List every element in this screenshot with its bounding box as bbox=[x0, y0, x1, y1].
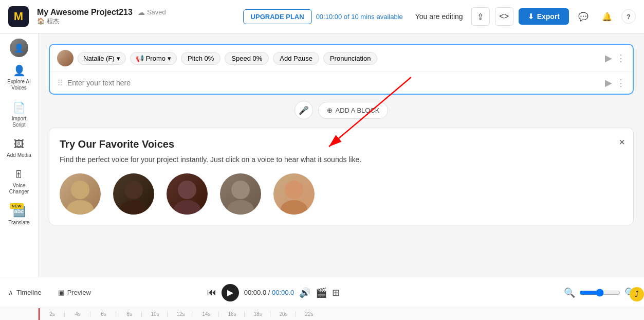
body-play-button[interactable]: ▶ bbox=[605, 77, 612, 88]
timeline-play-button[interactable]: ▶ bbox=[222, 284, 239, 301]
timeline-cursor bbox=[39, 308, 40, 320]
svg-point-5 bbox=[120, 200, 147, 215]
tick-10s: 10s bbox=[141, 311, 167, 317]
voice-block-body: ⠿ ▶ ⋮ bbox=[50, 72, 633, 94]
voice-block-header: Natalie (F) ▾ 📢 Promo ▾ Pitch 0% Speed 0… bbox=[50, 45, 633, 72]
voices-panel-desc: Find the perfect voice for your project … bbox=[60, 154, 623, 165]
voice-avatar-4 bbox=[220, 173, 261, 215]
block-play-button[interactable]: ▶ bbox=[605, 52, 612, 64]
export-button[interactable]: ⬇ Export bbox=[519, 8, 569, 25]
download-icon: ⬇ bbox=[528, 12, 534, 21]
cloud-icon: ☁ bbox=[138, 8, 145, 16]
text-input[interactable] bbox=[67, 79, 601, 87]
tag-chevron-icon: ▾ bbox=[168, 55, 171, 62]
timeline-controls: ⏮ ▶ 00:00.0 / 00:00.0 🔊 🎬 ⊞ bbox=[207, 284, 340, 301]
top-actions: ⇪ <> ⬇ Export 💬 🔔 ? bbox=[471, 7, 636, 26]
project-title: My Awesome Project213 bbox=[37, 8, 133, 17]
main-area: 👤 👤 Explore AIVoices 📄 ImportScript 🖼 Ad… bbox=[0, 33, 644, 277]
voice-card-4[interactable] bbox=[220, 173, 261, 215]
pronunciation-button[interactable]: Pronunciation bbox=[323, 52, 378, 65]
voice-card-1[interactable] bbox=[60, 173, 101, 215]
volume-button[interactable]: 🔊 bbox=[299, 287, 310, 298]
sidebar: 👤 👤 Explore AIVoices 📄 ImportScript 🖼 Ad… bbox=[0, 33, 39, 277]
voice-tag-button[interactable]: 📢 Promo ▾ bbox=[130, 52, 177, 65]
timeline-label: Timeline bbox=[16, 289, 42, 296]
add-pause-button[interactable]: Add Pause bbox=[273, 52, 319, 65]
import-script-icon: 📄 bbox=[13, 101, 26, 114]
tick-4s: 4s bbox=[64, 311, 90, 317]
time-total: 00:00.0 bbox=[272, 289, 294, 296]
share-button[interactable]: ⇪ bbox=[471, 7, 490, 26]
explore-voices-icon: 👤 bbox=[13, 64, 26, 77]
zoom-out-button[interactable]: 🔍 bbox=[564, 287, 575, 298]
saved-text: Saved bbox=[147, 8, 166, 16]
help-button[interactable]: ? bbox=[621, 9, 636, 24]
video-button[interactable]: 🎬 bbox=[316, 287, 327, 298]
svg-point-2 bbox=[71, 181, 89, 199]
logo-icon: M bbox=[14, 10, 23, 23]
editing-label: You are editing bbox=[415, 12, 463, 21]
new-badge: NEW bbox=[10, 203, 24, 209]
pitch-value: 0% bbox=[205, 55, 214, 62]
chat-button[interactable]: 💬 bbox=[574, 7, 593, 26]
code-button[interactable]: <> bbox=[495, 7, 513, 26]
svg-point-7 bbox=[174, 200, 200, 215]
sidebar-item-translate-wrapper: 🔤 NEW Translate bbox=[0, 201, 38, 230]
grid-button[interactable]: ⊞ bbox=[332, 287, 340, 298]
time-current: 00:00.0 bbox=[244, 289, 266, 296]
voice-avatar-5 bbox=[273, 173, 315, 215]
user-avatar[interactable]: 👤 bbox=[10, 39, 28, 57]
voice-card-2[interactable] bbox=[113, 173, 154, 215]
voices-list bbox=[60, 173, 623, 215]
content-area: Natalie (F) ▾ 📢 Promo ▾ Pitch 0% Speed 0… bbox=[39, 33, 644, 277]
voice-avatar-3 bbox=[167, 173, 208, 215]
bottom-bar: ∧ Timeline ▣ Preview ⏮ ▶ 00:00.0 / 00:00… bbox=[0, 277, 644, 308]
voice-avatar-2 bbox=[113, 173, 154, 215]
voice-tag-label: Promo bbox=[146, 55, 165, 62]
floating-button[interactable]: ⤴ bbox=[630, 287, 644, 301]
voice-card-5[interactable] bbox=[273, 173, 315, 215]
sidebar-item-explore-ai[interactable]: 👤 Explore AIVoices bbox=[0, 60, 38, 95]
sidebar-item-voice-changer[interactable]: 🎚 VoiceChanger bbox=[0, 165, 38, 199]
voice-card-3[interactable] bbox=[167, 173, 208, 215]
upgrade-button[interactable]: UPGRADE PLAN bbox=[243, 9, 312, 24]
svg-point-3 bbox=[67, 200, 94, 215]
svg-point-10 bbox=[285, 181, 303, 199]
tick-6s: 6s bbox=[90, 311, 116, 317]
mic-button[interactable]: 🎤 bbox=[295, 101, 313, 119]
skip-back-button[interactable]: ⏮ bbox=[207, 287, 216, 298]
voice-block: Natalie (F) ▾ 📢 Promo ▾ Pitch 0% Speed 0… bbox=[49, 44, 634, 95]
sidebar-item-import-script[interactable]: 📄 ImportScript bbox=[0, 97, 38, 132]
tick-20s: 20s bbox=[270, 311, 296, 317]
body-more-button[interactable]: ⋮ bbox=[616, 77, 625, 88]
block-more-button[interactable]: ⋮ bbox=[616, 52, 625, 64]
sidebar-item-translate[interactable]: 🔤 NEW Translate bbox=[0, 201, 38, 230]
sidebar-item-add-media[interactable]: 🖼 Add Media bbox=[0, 134, 38, 163]
tick-14s: 14s bbox=[193, 311, 218, 317]
zoom-slider[interactable] bbox=[579, 289, 620, 297]
notifications-button[interactable]: 🔔 bbox=[598, 7, 616, 26]
voices-panel-title: Try Our Favorite Voices bbox=[60, 138, 623, 150]
svg-point-11 bbox=[281, 200, 307, 215]
tick-16s: 16s bbox=[218, 311, 244, 317]
close-panel-button[interactable]: × bbox=[619, 136, 625, 148]
add-block-label: ADD A BLOCK bbox=[336, 106, 380, 114]
timeline-toggle[interactable]: ∧ Timeline bbox=[8, 289, 42, 296]
floating-icon: ⤴ bbox=[635, 290, 639, 299]
speed-button[interactable]: Speed 0% bbox=[225, 52, 269, 65]
voices-panel: Try Our Favorite Voices Find the perfect… bbox=[49, 128, 634, 225]
tick-18s: 18s bbox=[244, 311, 270, 317]
avatar-circle: 👤 bbox=[10, 39, 28, 57]
mic-icon: 🎤 bbox=[299, 105, 309, 115]
code-icon: <> bbox=[499, 12, 509, 21]
drag-handle[interactable]: ⠿ bbox=[57, 78, 63, 88]
add-block-button[interactable]: ⊕ ADD A BLOCK bbox=[318, 102, 389, 119]
preview-button[interactable]: ▣ Preview bbox=[58, 289, 91, 296]
voice-changer-icon: 🎚 bbox=[14, 169, 24, 181]
svg-point-9 bbox=[227, 200, 254, 215]
time-separator: / bbox=[268, 289, 272, 296]
pitch-button[interactable]: Pitch 0% bbox=[181, 52, 220, 65]
pitch-label: Pitch bbox=[188, 55, 203, 62]
voice-name-button[interactable]: Natalie (F) ▾ bbox=[78, 52, 126, 65]
megaphone-icon: 📢 bbox=[136, 55, 144, 62]
